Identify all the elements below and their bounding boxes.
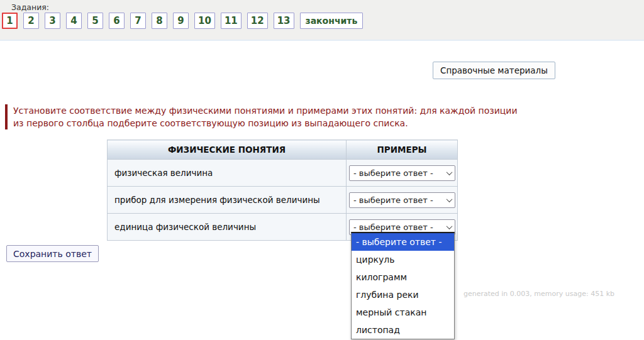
dropdown-options-list: - выберите ответ -циркулькилограммглубин… <box>351 232 455 339</box>
reference-materials-button[interactable]: Справочные материалы <box>433 62 555 79</box>
task-button-11[interactable]: 11 <box>221 13 242 29</box>
concept-cell: прибор для измерения физической величины <box>108 187 347 214</box>
table-row: прибор для измерения физической величины… <box>108 187 458 214</box>
task-button-1[interactable]: 1 <box>2 13 18 29</box>
task-button-5[interactable]: 5 <box>87 13 103 29</box>
instruction-line-1: Установите соответствие между физическим… <box>13 104 628 117</box>
table-row: физическая величина- выберите ответ - <box>108 160 458 187</box>
matching-table: ФИЗИЧЕСКИЕ ПОНЯТИЯ ПРИМЕРЫ физическая ве… <box>107 140 458 241</box>
chevron-down-icon <box>447 196 453 202</box>
dropdown-option[interactable]: глубина реки <box>352 286 454 304</box>
task-button-7[interactable]: 7 <box>130 13 146 29</box>
task-button-2[interactable]: 2 <box>23 13 39 29</box>
task-button-10[interactable]: 10 <box>194 13 215 29</box>
table-header-row: ФИЗИЧЕСКИЕ ПОНЯТИЯ ПРИМЕРЫ <box>108 140 458 160</box>
task-button-row: 12345678910111213закончить <box>2 13 363 29</box>
dropdown-option[interactable]: мерный стакан <box>352 304 454 321</box>
task-button-13[interactable]: 13 <box>274 13 294 29</box>
chevron-down-icon <box>447 169 453 175</box>
save-answer-button[interactable]: Сохранить ответ <box>6 245 99 262</box>
task-button-8[interactable]: 8 <box>152 13 167 29</box>
task-navigation-bar: Задания: 12345678910111213закончить <box>0 0 644 41</box>
select-value: - выберите ответ - <box>353 195 433 205</box>
task-button-3[interactable]: 3 <box>45 13 60 29</box>
answer-select-1[interactable]: - выберите ответ - <box>349 165 455 181</box>
select-value: - выберите ответ - <box>353 168 433 178</box>
task-button-9[interactable]: 9 <box>173 13 189 29</box>
dropdown-option[interactable]: листопад <box>352 321 454 339</box>
column-header-examples: ПРИМЕРЫ <box>347 140 458 160</box>
answer-select-2[interactable]: - выберите ответ - <box>349 192 455 208</box>
concept-cell: единица физической величины <box>108 214 347 241</box>
task-button-6[interactable]: 6 <box>109 13 125 29</box>
debug-footer: generated in 0.003, memory usage: 451 kb <box>464 290 614 298</box>
instruction-text: Установите соответствие между физическим… <box>5 104 628 129</box>
task-button-4[interactable]: 4 <box>66 13 82 29</box>
answer-cell: - выберите ответ - <box>347 187 458 214</box>
concept-cell: физическая величина <box>108 160 347 187</box>
select-value: - выберите ответ - <box>353 222 433 232</box>
dropdown-option[interactable]: - выберите ответ - <box>352 233 454 251</box>
dropdown-option[interactable]: килограмм <box>352 268 454 286</box>
answer-cell: - выберите ответ - <box>347 160 458 187</box>
finish-button[interactable]: закончить <box>300 13 364 29</box>
task-button-12[interactable]: 12 <box>247 13 268 29</box>
instruction-line-2: из первого столбца подберите соответству… <box>13 117 628 129</box>
tasks-label: Задания: <box>11 3 49 12</box>
chevron-down-icon <box>447 223 453 229</box>
dropdown-option[interactable]: циркуль <box>352 251 454 268</box>
column-header-concepts: ФИЗИЧЕСКИЕ ПОНЯТИЯ <box>108 140 347 160</box>
